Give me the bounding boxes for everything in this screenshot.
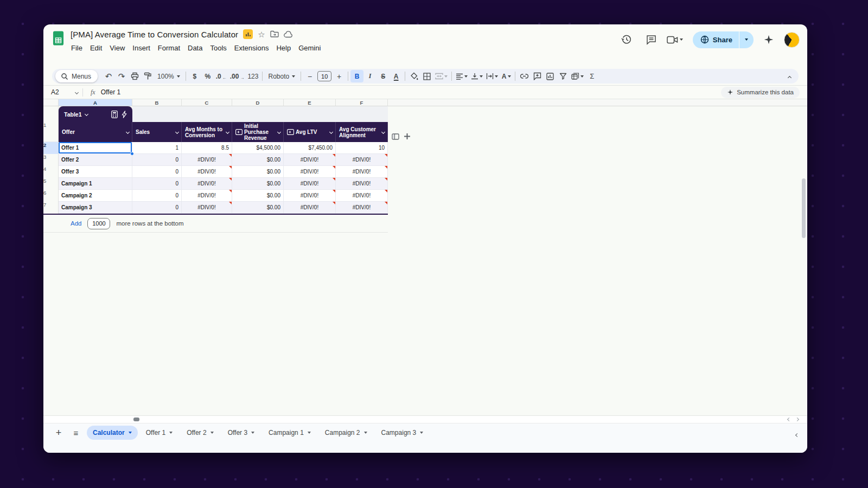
cell[interactable]: Campaign 2 (59, 190, 132, 202)
menu-edit[interactable]: Edit (86, 42, 106, 54)
cell[interactable]: Offer 2 (59, 154, 132, 166)
column-header-b[interactable]: B (132, 99, 182, 106)
horizontal-scrollbar[interactable] (43, 415, 807, 423)
sheet-tab-calculator[interactable]: Calculator (87, 426, 138, 440)
print-button[interactable] (128, 70, 141, 82)
cell[interactable]: #DIV/0! (284, 190, 336, 202)
header-dropdown-icon[interactable] (126, 130, 130, 134)
sheet-tab-menu-icon[interactable] (169, 432, 173, 434)
cell[interactable]: $4,500.00 (232, 142, 284, 154)
version-history-icon[interactable] (617, 30, 636, 49)
menu-extensions[interactable]: Extensions (231, 42, 273, 54)
account-avatar[interactable] (784, 32, 800, 48)
sheet-tab-campaign-2[interactable]: Campaign 2 (319, 426, 373, 440)
italic-button[interactable]: I (363, 70, 376, 82)
selection-fill-handle[interactable] (130, 152, 134, 156)
cell[interactable]: #DIV/0! (182, 202, 232, 214)
increase-font-size-button[interactable]: + (333, 70, 346, 82)
menu-file[interactable]: File (67, 42, 86, 54)
column-header-f[interactable]: F (336, 99, 388, 106)
cell[interactable]: 0 (132, 202, 182, 214)
menu-format[interactable]: Format (154, 42, 184, 54)
all-sheets-button[interactable]: ≡ (68, 426, 84, 440)
gemini-sparkle-icon[interactable] (759, 30, 778, 49)
grid-corner-cell[interactable] (43, 99, 59, 106)
strikethrough-button[interactable]: S (376, 70, 390, 82)
sheet-tab-menu-icon[interactable] (251, 432, 254, 434)
row-header-5[interactable]: 5 (43, 178, 59, 190)
functions-button[interactable]: Σ (585, 70, 598, 82)
share-button[interactable]: Share (693, 31, 754, 48)
column-header-e[interactable]: E (284, 99, 336, 106)
cell[interactable]: Campaign 3 (59, 202, 132, 214)
sheet-tab-menu-icon[interactable] (420, 432, 423, 434)
row-header-3[interactable]: 3 (43, 154, 59, 166)
table-header-cell[interactable]: Sales (132, 122, 182, 142)
text-rotation-button[interactable]: A (500, 70, 513, 82)
spreadsheet-grid[interactable]: ABCDEF Table1 1OfferSalesAvg Months to C… (43, 99, 807, 415)
sheet-tab-offer-2[interactable]: Offer 2 (181, 426, 219, 440)
table-header-cell[interactable]: Avg LTV (284, 122, 336, 142)
row-header-6[interactable]: 6 (43, 190, 59, 202)
header-dropdown-icon[interactable] (277, 130, 281, 134)
menus-search-button[interactable]: Menus (55, 70, 98, 82)
vertical-align-button[interactable] (469, 70, 484, 82)
horizontal-scrollbar-thumb[interactable] (133, 418, 139, 421)
format-currency-button[interactable]: $ (188, 70, 201, 82)
add-column-icon[interactable] (404, 133, 411, 140)
insert-link-button[interactable] (518, 70, 531, 82)
cell[interactable]: $7,450.00 (284, 142, 336, 154)
table-header-cell[interactable]: Avg Customer Alignment (336, 122, 388, 142)
row-header-4[interactable]: 4 (43, 166, 59, 178)
merge-cells-button[interactable] (433, 70, 449, 82)
column-header-c[interactable]: C (182, 99, 232, 106)
cell[interactable]: 1 (132, 142, 182, 154)
menu-help[interactable]: Help (272, 42, 295, 54)
table-header-cell[interactable]: Initial Purchase Revenue (232, 122, 284, 142)
cell[interactable]: #DIV/0! (284, 154, 336, 166)
header-dropdown-icon[interactable] (226, 130, 229, 134)
number-format-button[interactable]: 123 (246, 70, 260, 82)
font-size-input[interactable]: 10 (317, 71, 331, 81)
cell[interactable]: 8.5 (182, 142, 232, 154)
row-header-2[interactable]: 2 (43, 142, 59, 154)
cell[interactable]: $0.00 (232, 154, 284, 166)
name-box[interactable]: A2 (43, 88, 82, 96)
table-header-row[interactable]: 1OfferSalesAvg Months to ConversionIniti… (43, 122, 807, 142)
column-headers[interactable]: ABCDEF (43, 99, 807, 106)
insert-chart-button[interactable] (544, 70, 557, 82)
zoom-dropdown[interactable]: 100% (154, 70, 183, 82)
sheet-tab-offer-1[interactable]: Offer 1 (140, 426, 178, 440)
add-rows-count-input[interactable]: 1000 (87, 218, 110, 229)
cell[interactable]: 0 (132, 154, 182, 166)
column-header-d[interactable]: D (232, 99, 284, 106)
column-header-a[interactable]: A (59, 99, 132, 106)
cell[interactable]: 0 (132, 178, 182, 190)
bold-button[interactable]: B (350, 70, 363, 82)
cell[interactable]: #DIV/0! (336, 202, 388, 214)
format-percent-button[interactable]: % (201, 70, 214, 82)
cloud-status-icon[interactable] (284, 31, 293, 38)
decrease-decimals-button[interactable]: .0← (214, 70, 228, 82)
decrease-font-size-button[interactable]: − (303, 70, 316, 82)
cell[interactable]: $0.00 (232, 202, 284, 214)
cell[interactable]: #DIV/0! (182, 190, 232, 202)
cell[interactable]: $0.00 (232, 178, 284, 190)
undo-button[interactable]: ↶ (102, 70, 115, 82)
menu-insert[interactable]: Insert (129, 42, 154, 54)
scroll-right-icon[interactable] (795, 418, 799, 421)
meet-video-button[interactable] (667, 36, 683, 44)
sheet-tab-menu-icon[interactable] (129, 432, 132, 434)
table-column-control-icon[interactable] (392, 133, 399, 140)
sheet-tab-campaign-3[interactable]: Campaign 3 (375, 426, 430, 440)
table-name-chip[interactable]: Table1 (59, 106, 132, 122)
scroll-left-icon[interactable] (787, 418, 791, 421)
cell[interactable]: Campaign 1 (59, 178, 132, 190)
move-folder-icon[interactable] (270, 30, 279, 38)
row-header-7[interactable]: 7 (43, 202, 59, 214)
paint-format-button[interactable] (141, 70, 154, 82)
cell[interactable]: #DIV/0! (284, 178, 336, 190)
table-header-cell[interactable]: Avg Months to Conversion (182, 122, 232, 142)
cell[interactable]: #DIV/0! (336, 166, 388, 178)
text-color-button[interactable]: A (390, 70, 403, 82)
